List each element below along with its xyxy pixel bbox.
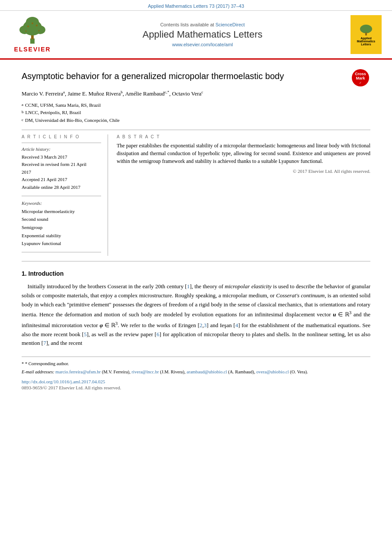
history-item-2: Accepted 21 April 2017 [22, 176, 101, 184]
email-addresses-note: E-mail addresses: marcio.ferreira@ufsm.b… [22, 369, 370, 376]
contents-line: Contents lists available at ScienceDirec… [61, 22, 344, 27]
ref-3[interactable]: 3 [204, 322, 207, 328]
abstract-col: A B S T R A C T The paper establishes th… [117, 134, 370, 256]
affiliations-block: a CCNE, UFSM, Santa Maria, RS, Brazil b … [22, 102, 370, 124]
header-center: Contents lists available at ScienceDirec… [61, 22, 344, 47]
affiliation-c: c DM, Universidad del Bío-Bío, Concepció… [22, 117, 370, 124]
main-content: Asymptotic behavior for a generalized mi… [0, 60, 392, 399]
article-info-col: A R T I C L E I N F O Article history: R… [22, 134, 108, 256]
history-item-0: Received 3 March 2017 [22, 153, 101, 161]
affiliation-a: a CCNE, UFSM, Santa Maria, RS, Brazil [22, 102, 370, 109]
keyword-3: Exponential stability [22, 232, 101, 240]
elsevier-brand-text: ELSEVIER [14, 46, 51, 53]
svg-point-7 [36, 25, 38, 26]
footer-section: * * Corresponding author. E-mail address… [22, 357, 370, 390]
journal-logo-right: Applied Mathematics Letters [349, 15, 383, 54]
intro-section-title: 1. Introduction [22, 270, 370, 277]
journal-title: Applied Mathematics Letters [61, 29, 344, 40]
keyword-4: Lyapunov functional [22, 239, 101, 248]
achieved-word: achieved [218, 158, 236, 164]
keyword-1: Second sound [22, 215, 101, 223]
svg-point-6 [27, 25, 29, 27]
two-col-section: A R T I C L E I N F O Article history: R… [22, 134, 370, 256]
email-rambaud[interactable]: arambaud@ubiobio.cl [187, 369, 227, 374]
title-row: Asymptotic behavior for a generalized mi… [22, 66, 370, 89]
keywords-label: Keywords: [22, 201, 101, 206]
elsevier-tree-icon [15, 17, 50, 45]
journal-url[interactable]: www.elsevier.com/locate/aml [61, 42, 344, 47]
ref-5[interactable]: 5 [84, 331, 87, 338]
corresponding-author-note: * * Corresponding author. [22, 360, 370, 367]
keyword-2: Semigroup [22, 223, 101, 232]
intro-paragraph-1: Initially introduced by the brothers Cos… [22, 282, 370, 348]
email-ferreira[interactable]: marcio.ferreira@ufsm.br [55, 369, 101, 374]
svg-point-8 [32, 22, 33, 24]
svg-text:Mark: Mark [356, 76, 365, 80]
divider-info [22, 143, 101, 143]
svg-point-11 [360, 25, 372, 33]
affiliation-b: b LNCC, Petrópolis, RJ, Brazil [22, 109, 370, 117]
article-info-label: A R T I C L E I N F O [22, 134, 101, 139]
history-item-1: Received in revised form 21 April2017 [22, 161, 101, 176]
and-the-recent-text: and the recent [51, 340, 83, 346]
ref-7[interactable]: 7 [43, 340, 46, 346]
elsevier-logo: ELSEVIER [9, 17, 56, 53]
keyword-0: Micropolar thermoelasticity [22, 207, 101, 216]
abstract-text: The paper establishes the exponential st… [117, 142, 370, 165]
copyright-line: © 2017 Elsevier Ltd. All rights reserved… [117, 169, 370, 174]
doi-link[interactable]: http://dx.doi.org/10.1016/j.aml.2017.04.… [22, 379, 370, 384]
ref-2[interactable]: 2 [200, 322, 203, 328]
issn-line: 0893-9659/© 2017 Elsevier Ltd. All right… [22, 385, 370, 390]
abstract-label: A B S T R A C T [117, 134, 370, 139]
divider-keywords [22, 196, 101, 196]
sciencedirect-link[interactable]: ScienceDirect [215, 22, 245, 27]
svg-text:✓: ✓ [359, 81, 362, 84]
header-section: ELSEVIER Contents lists available at Sci… [0, 11, 392, 60]
svg-rect-12 [365, 32, 367, 35]
journal-top-bar: Applied Mathematics Letters 73 (2017) 37… [0, 0, 392, 11]
history-label: Article history: [22, 146, 101, 152]
logo-box-tree-icon [359, 24, 374, 36]
journal-citation: Applied Mathematics Letters 73 (2017) 37… [148, 3, 244, 9]
ref-4[interactable]: 4 [235, 322, 238, 328]
article-title: Asymptotic behavior for a generalized mi… [22, 70, 344, 82]
email-vera[interactable]: overa@ubiobio.cl [256, 369, 289, 374]
divider-1 [22, 130, 370, 130]
svg-text:Cross: Cross [355, 72, 366, 76]
crossmark-icon: Cross Mark ✓ [351, 68, 370, 88]
ref-6[interactable]: 6 [156, 331, 159, 338]
journal-logo-box: Applied Mathematics Letters [351, 15, 382, 54]
ref-1[interactable]: 1 [187, 283, 190, 290]
intro-section: 1. Introduction Initially introduced by … [22, 270, 370, 348]
svg-point-4 [35, 25, 45, 34]
svg-point-9 [25, 30, 27, 32]
email-rivera[interactable]: rivera@lncc.br [132, 369, 159, 374]
history-item-3: Available online 28 April 2017 [22, 184, 101, 191]
logo-box-title: Applied Mathematics Letters [357, 37, 375, 46]
footer-links: http://dx.doi.org/10.1016/j.aml.2017.04.… [22, 379, 370, 390]
divider-after-abstract [22, 261, 370, 261]
crossmark-container[interactable]: Cross Mark ✓ [351, 68, 370, 89]
svg-point-10 [38, 30, 40, 31]
title-block: Asymptotic behavior for a generalized mi… [22, 66, 344, 86]
authors-line: Marcio V. Ferreiraa, Jaime E. Muñoz Rive… [22, 89, 370, 98]
page-wrapper: Applied Mathematics Letters 73 (2017) 37… [0, 0, 392, 535]
divider-bottom-info [22, 252, 101, 252]
